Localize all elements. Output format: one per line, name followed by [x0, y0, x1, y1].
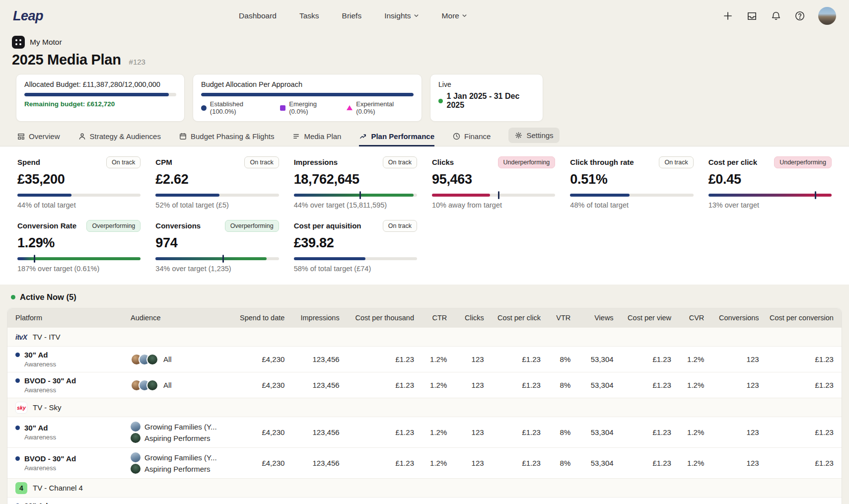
kpi-header: Cost per clickUnderperforming [708, 156, 832, 168]
page-title: 2025 Media Plan [12, 52, 121, 68]
kpi-subtitle: 10% away from target [432, 201, 555, 209]
lineitem-cell: BVOD - 30" AdAwareness [15, 454, 131, 472]
plan-header: My Motor 2025 Media Plan #123 [0, 32, 849, 68]
kpi-progress-fill [294, 257, 365, 260]
platform-group-header[interactable]: itvXTV - ITV [7, 327, 842, 346]
metric-cell: 1.2% [414, 355, 447, 363]
kpi-conversions: ConversionsOverperforming97434% over tar… [155, 220, 279, 273]
bell-icon[interactable] [771, 10, 781, 21]
col-header-ctr[interactable]: CTR [414, 314, 447, 322]
kpi-cpm: CPMOn track£2.6252% of total target (£5) [155, 156, 279, 209]
circle-marker-icon [201, 105, 207, 111]
chevron-down-icon [462, 11, 467, 20]
table-row[interactable]: 30" AdAwarenessGrowing Families (Y...Asp… [7, 417, 842, 447]
metric-cell: 8% [541, 459, 570, 467]
audience-cell: Growing Families (Y...Aspiring Performer… [131, 422, 230, 443]
nav-link-briefs[interactable]: Briefs [342, 11, 362, 20]
tab-overview[interactable]: Overview [17, 132, 60, 146]
leap-logo: Leap [13, 8, 43, 24]
tab-budget-phasing-flights[interactable]: Budget Phasing & Flights [179, 132, 274, 146]
status-badge: Overperforming [86, 220, 141, 232]
kpi-subtitle: 13% over target [708, 201, 832, 209]
col-header-cost-per-thousand[interactable]: Cost per thousand [340, 314, 414, 322]
plus-icon[interactable] [722, 10, 733, 21]
col-header-vtr[interactable]: VTR [541, 314, 570, 322]
table-row[interactable]: BVOD - 30" AdAwarenessGrowing Families (… [7, 447, 842, 478]
audience-label: Aspiring Performers [144, 465, 211, 473]
lineitem-name: 30" Ad [24, 424, 48, 432]
col-header-cost-per-view[interactable]: Cost per view [614, 314, 671, 322]
tab-finance[interactable]: Finance [452, 132, 491, 146]
col-header-conversions[interactable]: Conversions [704, 314, 759, 322]
lineitem-cell: 30" AdAwareness [15, 502, 131, 504]
help-icon[interactable] [794, 10, 805, 21]
nav-link-more[interactable]: More [442, 11, 467, 20]
kpi-header: ImpressionsOn track [294, 156, 417, 168]
nav-link-tasks[interactable]: Tasks [299, 11, 319, 20]
lineitem-objective: Awareness [24, 360, 131, 368]
metric-cell: 53,304 [570, 428, 613, 436]
budget-allocation-title: Budget Allocation Per Approach [201, 80, 414, 88]
table-row[interactable]: BVOD - 30" AdAwarenessAll£4,230123,456£1… [7, 372, 842, 398]
tab-media-plan[interactable]: Media Plan [292, 132, 341, 146]
table-row[interactable]: 30" AdAwarenessAll£4,230123,456£1.231.2%… [7, 346, 842, 372]
user-avatar[interactable] [818, 7, 836, 25]
lineitem-cell: 30" AdAwareness [15, 424, 131, 441]
audience-cell: All [131, 354, 230, 365]
metric-cell: £1.23 [484, 459, 541, 467]
nav-link-label: More [442, 11, 459, 20]
col-header-cost-per-click[interactable]: Cost per click [484, 314, 541, 322]
col-header-platform[interactable]: Platform [15, 314, 131, 322]
allocated-budget-card: Allocated Budget: £11,387,280/12,000,000… [16, 74, 185, 122]
status-badge: Underperforming [774, 156, 832, 168]
active-now-section: Active Now (5) PlatformAudienceSpend to … [0, 285, 849, 504]
col-header-views[interactable]: Views [570, 314, 613, 322]
audience-cell: Growing Families (Y...Aspiring Performer… [131, 452, 230, 474]
kpi-header: Click through rateOn track [570, 156, 693, 168]
allocated-budget-progressbar [24, 93, 176, 96]
platform-group-header[interactable]: skyTV - Sky [7, 398, 842, 417]
kpi-name: Cost per click [708, 156, 757, 166]
workspace-grid-icon [12, 36, 25, 49]
metric-cell: 53,304 [570, 381, 613, 389]
nav-link-insights[interactable]: Insights [384, 11, 419, 20]
inbox-icon[interactable] [746, 10, 758, 22]
metric-cell: 1.2% [671, 428, 704, 436]
audience-label: Growing Families (Y... [144, 453, 217, 462]
tab-settings[interactable]: Settings [508, 128, 559, 143]
kpi-header: CPMOn track [155, 156, 279, 168]
nav-link-label: Dashboard [239, 11, 277, 20]
kpi-name: CPM [155, 156, 172, 166]
live-status-card: Live 1 Jan 2025 - 31 Dec 2025 [430, 74, 543, 122]
col-header-impressions[interactable]: Impressions [284, 314, 339, 322]
metric-cell: 123 [447, 381, 484, 389]
col-header-cvr[interactable]: CVR [671, 314, 704, 322]
col-header-audience[interactable]: Audience [131, 314, 230, 322]
target-marker [498, 191, 499, 199]
audience-item: Growing Families (Y... [131, 422, 230, 432]
audience-item: Aspiring Performers [131, 464, 230, 474]
table-header-row: PlatformAudienceSpend to dateImpressions… [7, 308, 842, 327]
table-row[interactable]: 30" AdAwarenessAll£4,230123,456£1.231.2%… [7, 497, 842, 504]
tab-plan-performance[interactable]: Plan Performance [359, 132, 434, 146]
audience-label: All [163, 355, 172, 363]
kpi-section: SpendOn track£35,20044% of total targetC… [0, 146, 849, 285]
lineitem: 30" Ad [15, 424, 131, 432]
metric-cell: 1.2% [671, 381, 704, 389]
metric-cell: £1.23 [340, 459, 414, 467]
lineitem: BVOD - 30" Ad [15, 376, 131, 385]
kpi-progress-fill [708, 194, 832, 197]
col-header-spend-to-date[interactable]: Spend to date [230, 314, 284, 322]
col-header-cost-per-conversion[interactable]: Cost per conversion [759, 314, 834, 322]
tab-strategy-audiences[interactable]: Strategy & Audiences [78, 132, 161, 146]
nav-link-dashboard[interactable]: Dashboard [239, 11, 277, 20]
trend-up-icon [359, 132, 367, 141]
target-marker [359, 191, 361, 199]
nav-links: DashboardTasksBriefsInsightsMore [239, 11, 467, 20]
metric-cell: 8% [541, 428, 570, 436]
kpi-header: ConversionsOverperforming [155, 220, 279, 232]
metric-cell: £4,230 [230, 459, 284, 467]
tab-label: Strategy & Audiences [90, 132, 161, 141]
col-header-clicks[interactable]: Clicks [447, 314, 484, 322]
platform-group-header[interactable]: 4TV - Channel 4 [7, 478, 842, 497]
